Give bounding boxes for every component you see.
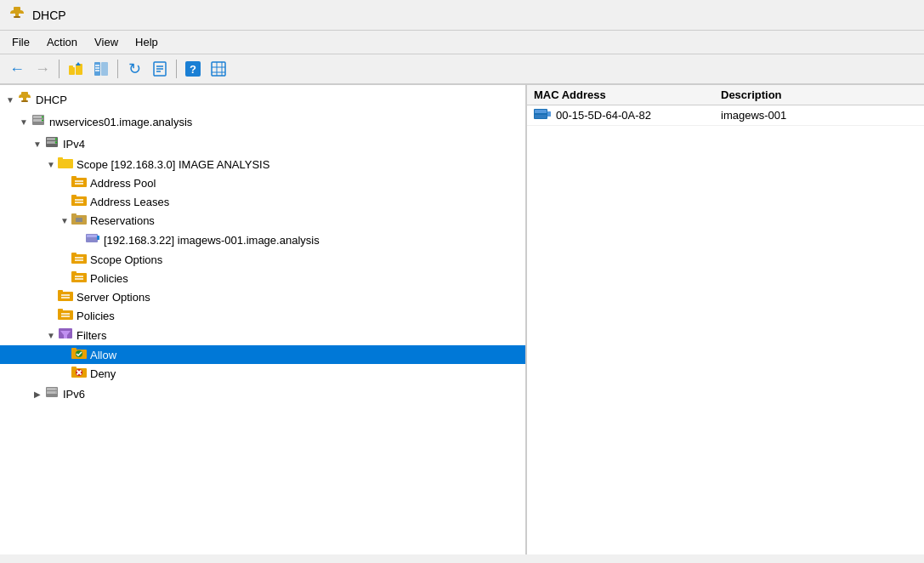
svg-rect-49	[87, 235, 97, 237]
tree-item-address-leases[interactable]: Address Leases	[0, 192, 525, 211]
svg-rect-17	[212, 62, 225, 76]
expand-scope[interactable]: ▼	[44, 160, 58, 169]
reservation-item-icon	[85, 231, 100, 248]
tree-label-filters: Filters	[77, 329, 106, 342]
svg-rect-50	[97, 236, 99, 240]
allow-icon	[71, 347, 87, 362]
tree-pane: ▼ DHCP ▼	[0, 85, 527, 554]
tree-label-ipv4: IPv4	[63, 138, 85, 151]
tree-item-filters[interactable]: ▼ Filters	[0, 325, 525, 345]
mac-icon	[534, 108, 551, 122]
svg-rect-47	[76, 218, 82, 222]
tree-label-scope-options: Scope Options	[90, 253, 162, 266]
tree-item-policies-root[interactable]: Policies	[0, 306, 525, 325]
refresh-button[interactable]: ↻	[122, 58, 146, 80]
svg-rect-70	[71, 348, 77, 351]
list-view-button[interactable]	[207, 58, 230, 80]
expand-ipv6[interactable]: ▶	[31, 390, 44, 399]
tree-item-reservations[interactable]: ▼ Reservations	[0, 211, 525, 230]
menu-bar: File Action View Help	[0, 31, 924, 54]
tree-item-policies-scope[interactable]: Policies	[0, 269, 525, 287]
server-options-icon	[58, 289, 73, 304]
tree-item-reservation-item[interactable]: [192.168.3.22] imagews-001.image.analysi…	[0, 230, 525, 250]
svg-rect-38	[71, 176, 77, 179]
tree-item-ipv4[interactable]: ▼ IPv4	[0, 133, 525, 155]
svg-rect-73	[71, 367, 77, 370]
forward-button[interactable]: →	[31, 58, 54, 80]
svg-rect-4	[69, 65, 73, 68]
tree-label-server: nwservices01.image.analysis	[49, 116, 192, 128]
svg-point-81	[55, 392, 57, 394]
svg-rect-64	[58, 309, 63, 312]
right-header: MAC Address Description	[527, 85, 924, 105]
tree-label-deny: Deny	[90, 367, 116, 380]
export-button[interactable]	[148, 58, 172, 80]
svg-rect-2	[14, 16, 20, 18]
table-row[interactable]: 00-15-5D-64-0A-82 imagews-001	[527, 105, 924, 126]
address-pool-icon	[71, 175, 87, 191]
svg-point-29	[42, 120, 43, 122]
expand-server[interactable]: ▼	[17, 117, 31, 127]
svg-rect-52	[71, 253, 77, 256]
col-header-desc: Description	[721, 88, 917, 101]
svg-rect-36	[58, 157, 63, 161]
menu-help[interactable]: Help	[128, 33, 165, 51]
title-bar-text: DHCP	[32, 9, 66, 22]
back-button[interactable]: ←	[5, 58, 29, 80]
description-value: imagews-001	[721, 109, 917, 122]
tree-item-address-pool[interactable]: Address Pool	[0, 173, 525, 192]
expand-reservations[interactable]: ▼	[58, 216, 71, 225]
svg-rect-60	[58, 290, 63, 293]
svg-point-33	[55, 138, 57, 139]
svg-point-28	[42, 117, 43, 118]
tree-item-scope-options[interactable]: Scope Options	[0, 250, 525, 269]
menu-action[interactable]: Action	[40, 33, 84, 51]
svg-rect-84	[547, 111, 551, 117]
tree-label-allow: Allow	[90, 349, 116, 361]
tree-label-dhcp: DHCP	[36, 94, 67, 106]
main-container: ▼ DHCP ▼	[0, 85, 924, 554]
show-hide-button[interactable]	[89, 58, 113, 80]
tree-label-reservation-item: [192.168.3.22] imagews-001.image.analysi…	[104, 234, 320, 247]
svg-text:?: ?	[190, 63, 196, 76]
svg-rect-0	[14, 7, 20, 14]
tree-item-scope[interactable]: ▼ Scope [192.168.3.0] IMAGE ANALYSIS	[0, 155, 525, 173]
toolbar-sep-3	[176, 60, 177, 78]
svg-rect-24	[21, 100, 28, 102]
svg-point-80	[55, 389, 57, 390]
help-button[interactable]: ?	[181, 58, 205, 80]
tree-item-allow[interactable]: Allow	[0, 345, 525, 364]
tree-label-address-pool: Address Pool	[90, 177, 156, 190]
policies-root-icon	[58, 308, 73, 323]
svg-rect-22	[21, 92, 28, 98]
policies-scope-icon	[71, 270, 87, 286]
svg-rect-46	[71, 213, 77, 217]
tree-label-policies-root: Policies	[77, 310, 115, 322]
svg-rect-1	[15, 14, 19, 16]
tree-item-ipv6[interactable]: ▶ IPv6	[0, 383, 525, 405]
scope-folder-icon	[58, 156, 73, 172]
svg-rect-3	[69, 67, 75, 75]
ipv6-icon	[44, 384, 60, 403]
address-leases-icon	[71, 194, 87, 209]
tree-item-server[interactable]: ▼ nwservices01.image.analysis	[0, 111, 525, 133]
svg-point-34	[55, 141, 57, 143]
col-header-mac: MAC Address	[534, 88, 721, 101]
up-button[interactable]	[64, 58, 88, 80]
tree-item-dhcp[interactable]: ▼ DHCP	[0, 88, 525, 111]
tree-label-server-options: Server Options	[77, 291, 150, 304]
toolbar: ← → ↻ ?	[0, 54, 924, 85]
tree-label-scope: Scope [192.168.3.0] IMAGE ANALYSIS	[77, 158, 269, 171]
filters-icon	[58, 327, 73, 344]
expand-filters[interactable]: ▼	[44, 331, 58, 340]
scope-options-icon	[71, 252, 87, 267]
title-bar: DHCP	[0, 0, 924, 31]
toolbar-sep-1	[59, 60, 60, 78]
menu-view[interactable]: View	[88, 33, 125, 51]
ipv4-icon	[44, 134, 60, 153]
expand-ipv4[interactable]: ▼	[31, 139, 44, 149]
expand-dhcp[interactable]: ▼	[3, 95, 17, 105]
tree-item-deny[interactable]: Deny	[0, 364, 525, 383]
menu-file[interactable]: File	[5, 33, 37, 51]
tree-item-server-options[interactable]: Server Options	[0, 287, 525, 306]
